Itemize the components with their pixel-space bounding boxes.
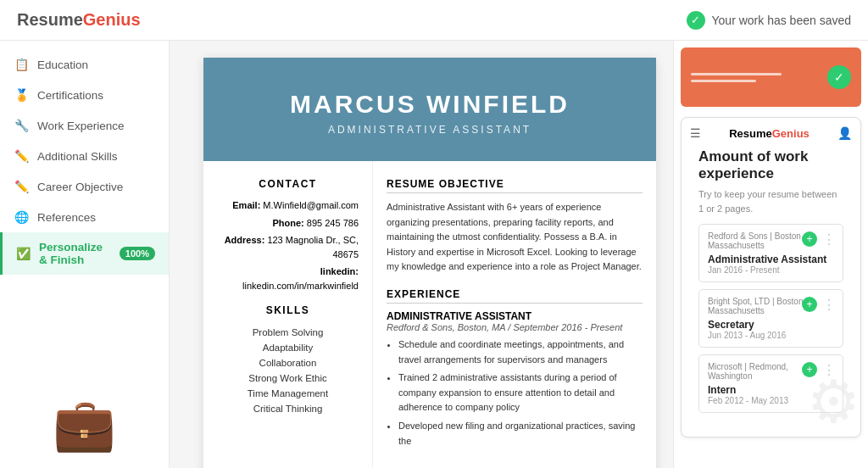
content-area: MARCUS WINFIELD ADMINISTRATIVE ASSISTANT… <box>170 41 868 468</box>
skills-list: Problem Solving Adaptability Collaborati… <box>217 325 359 416</box>
exp-bullet-list: Schedule and coordinate meetings, appoin… <box>387 337 643 448</box>
completion-badge: 100% <box>120 247 155 260</box>
saved-check-icon: ✓ <box>687 11 705 30</box>
resume-preview: MARCUS WINFIELD ADMINISTRATIVE ASSISTANT… <box>170 41 673 468</box>
sidebar-label-references: References <box>37 211 96 224</box>
logo-genius: Genius <box>83 10 141 30</box>
resume-header: MARCUS WINFIELD ADMINISTRATIVE ASSISTANT <box>203 58 656 161</box>
skill-1: Adaptability <box>217 340 359 355</box>
linkedin-value: linkedin.com/in/markwinfield <box>242 281 359 291</box>
sidebar-bottom: 💼 <box>0 381 169 468</box>
contact-linkedin: linkedin: linkedin.com/in/markwinfield <box>217 265 359 292</box>
mobile-preview-card: ☰ ResumeGenius 👤 Amount of work experien… <box>681 117 861 437</box>
sidebar: 📋 Education 🏅 Certifications 🔧 Work Expe… <box>0 41 170 468</box>
sidebar-item-references[interactable]: 🌐 References <box>0 202 169 232</box>
job-title-0: Administrative Assistant <box>708 254 834 265</box>
linkedin-label: linkedin: <box>320 266 359 276</box>
sidebar-label-personalize: Personalize & Finish <box>39 241 111 266</box>
experience-section: EXPERIENCE ADMINISTRATIVE ASSISTANT Redf… <box>387 288 643 448</box>
address-label: Address: <box>225 235 265 245</box>
logo: ResumeGenius <box>17 10 141 30</box>
phone-label: Phone: <box>272 218 303 228</box>
mobile-logo: ResumeGenius <box>729 127 810 140</box>
mobile-card-header: ☰ ResumeGenius 👤 <box>690 126 852 140</box>
resume-paper: MARCUS WINFIELD ADMINISTRATIVE ASSISTANT… <box>203 58 656 468</box>
panel-subtitle: Try to keep your resume between 1 or 2 p… <box>698 187 843 215</box>
job-dates-1: Jun 2013 - Aug 2016 <box>708 331 834 340</box>
exp-job-title: ADMINISTRATIVE ASSISTANT <box>387 310 643 322</box>
resume-body: CONTACT Email: M.Winfield@gmail.com Phon… <box>203 161 656 468</box>
objective-title: RESUME OBJECTIVE <box>387 178 643 193</box>
certifications-icon: 🏅 <box>14 88 29 102</box>
sidebar-item-work-experience[interactable]: 🔧 Work Experience <box>0 110 169 141</box>
skill-5: Critical Thinking <box>217 401 359 416</box>
skill-4: Time Management <box>217 386 359 401</box>
skill-3: Strong Work Ethic <box>217 370 359 386</box>
references-icon: 🌐 <box>14 210 29 224</box>
sidebar-label-certifications: Certifications <box>37 89 103 102</box>
objective-section: RESUME OBJECTIVE Administrative Assistan… <box>387 178 643 275</box>
skill-2: Collaboration <box>217 355 359 370</box>
education-icon: 📋 <box>14 58 29 71</box>
saved-message: ✓ Your work has been saved <box>687 11 851 30</box>
work-icon: 🔧 <box>14 119 29 132</box>
phone-value: 895 245 786 <box>307 218 359 228</box>
experience-title: EXPERIENCE <box>387 288 643 304</box>
saved-text: Your work has been saved <box>712 14 851 27</box>
resume-job-title: ADMINISTRATIVE ASSISTANT <box>220 124 639 136</box>
header: ResumeGenius ✓ Your work has been saved <box>0 0 868 41</box>
add-btn-0[interactable]: + <box>802 231 817 247</box>
orange-lines <box>691 73 821 82</box>
user-icon: 👤 <box>837 126 852 140</box>
more-btn-0[interactable]: ⋮ <box>822 231 836 248</box>
sidebar-label-work-experience: Work Experience <box>37 120 125 132</box>
panel-inner: Amount of work experience Try to keep yo… <box>690 148 852 428</box>
panel-title: Amount of work experience <box>698 148 843 182</box>
job-actions-1: + ⋮ <box>802 297 836 313</box>
address-value: 123 Magnolia Dr., SC, 48675 <box>267 235 359 259</box>
more-btn-1[interactable]: ⋮ <box>822 297 836 313</box>
main-layout: 📋 Education 🏅 Certifications 🔧 Work Expe… <box>0 41 868 468</box>
sidebar-item-certifications[interactable]: 🏅 Certifications <box>0 80 169 110</box>
skill-0: Problem Solving <box>217 325 359 340</box>
sidebar-item-personalize[interactable]: ✅ Personalize & Finish 100% <box>0 232 169 275</box>
exp-bullet-2: Developed new filing and organizational … <box>398 419 643 448</box>
sidebar-label-additional-skills: Additional Skills <box>37 150 118 163</box>
orange-card: ✓ <box>681 47 861 107</box>
right-panel: ✓ ☰ ResumeGenius 👤 Amount of work experi… <box>673 41 868 468</box>
job-actions-0: + ⋮ <box>802 231 836 248</box>
email-label: Email: <box>232 200 260 210</box>
add-btn-1[interactable]: + <box>802 297 817 312</box>
job-dates-0: Jan 2016 - Present <box>708 265 834 275</box>
sidebar-item-education[interactable]: 📋 Education <box>0 49 169 80</box>
exp-bullet-1: Trained 2 administrative assistants duri… <box>398 370 643 415</box>
resume-left-column: CONTACT Email: M.Winfield@gmail.com Phon… <box>203 161 373 468</box>
job-title-1: Secretary <box>708 319 834 331</box>
contact-phone: Phone: 895 245 786 <box>217 216 359 231</box>
briefcase-illustration: 💼 <box>14 394 155 454</box>
orange-check-icon: ✓ <box>827 65 851 89</box>
sidebar-item-additional-skills[interactable]: ✏️ Additional Skills <box>0 141 169 171</box>
exp-bullet-0: Schedule and coordinate meetings, appoin… <box>398 337 643 367</box>
exp-location: Redford & Sons, Boston, MA / September 2… <box>387 322 643 332</box>
orange-line-1 <box>691 73 782 75</box>
personalize-icon: ✅ <box>16 247 31 260</box>
contact-section-title: CONTACT <box>217 178 359 190</box>
skills-icon: ✏️ <box>14 149 29 163</box>
orange-line-2 <box>691 80 756 82</box>
job-card-0: Redford & Sons | Boston, Massachusetts A… <box>698 224 843 282</box>
resume-name: MARCUS WINFIELD <box>220 90 639 119</box>
logo-resume: Resume <box>17 10 83 30</box>
contact-email: Email: M.Winfield@gmail.com <box>217 198 359 213</box>
skills-section-title: SKILLS <box>217 304 359 316</box>
objective-text: Administrative Assistant with 6+ years o… <box>387 200 643 275</box>
sidebar-label-career-objective: Career Objective <box>37 181 123 193</box>
sidebar-item-career-objective[interactable]: ✏️ Career Objective <box>0 171 169 202</box>
email-value: M.Winfield@gmail.com <box>263 200 359 210</box>
hamburger-icon[interactable]: ☰ <box>690 126 701 140</box>
contact-address: Address: 123 Magnolia Dr., SC, 48675 <box>217 233 359 261</box>
resume-right-column: RESUME OBJECTIVE Administrative Assistan… <box>373 161 656 468</box>
career-icon: ✏️ <box>14 180 29 193</box>
gear-icon: ⚙ <box>807 367 860 437</box>
job-card-1: Bright Spot, LTD | Boston, Massachusetts… <box>698 289 843 348</box>
